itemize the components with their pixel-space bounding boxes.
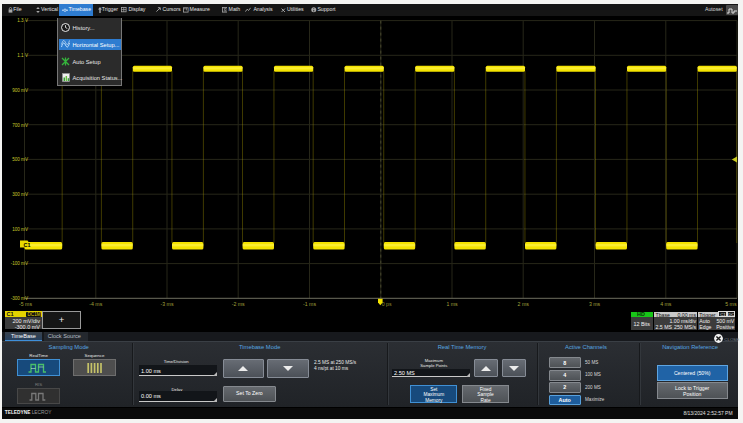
svg-text:C1: C1 — [24, 242, 31, 248]
svg-text:-3 ms: -3 ms — [161, 301, 174, 307]
svg-text:1 ms: 1 ms — [446, 301, 458, 307]
svg-text:3 ms: 3 ms — [589, 301, 601, 307]
svg-text:100 mV: 100 mV — [12, 227, 29, 232]
svg-text:5 ms: 5 ms — [725, 301, 737, 307]
svg-text:4 ms: 4 ms — [660, 301, 672, 307]
svg-text:1.3 V: 1.3 V — [17, 18, 29, 23]
svg-text:-100 mV: -100 mV — [11, 261, 29, 266]
svg-text:2 ms: 2 ms — [518, 301, 530, 307]
svg-text:0 ps: 0 ps — [382, 301, 392, 307]
svg-text:-2 ms: -2 ms — [232, 301, 245, 307]
svg-text:900 mV: 900 mV — [12, 88, 29, 93]
svg-text:1.1 V: 1.1 V — [17, 53, 29, 58]
svg-text:700 mV: 700 mV — [12, 123, 29, 128]
svg-text:500 mV: 500 mV — [12, 157, 29, 162]
svg-text:-4 ms: -4 ms — [89, 301, 102, 307]
svg-text:300 mV: 300 mV — [12, 192, 29, 197]
svg-text:-1 ms: -1 ms — [303, 301, 316, 307]
svg-text:-5 ms: -5 ms — [19, 301, 32, 307]
